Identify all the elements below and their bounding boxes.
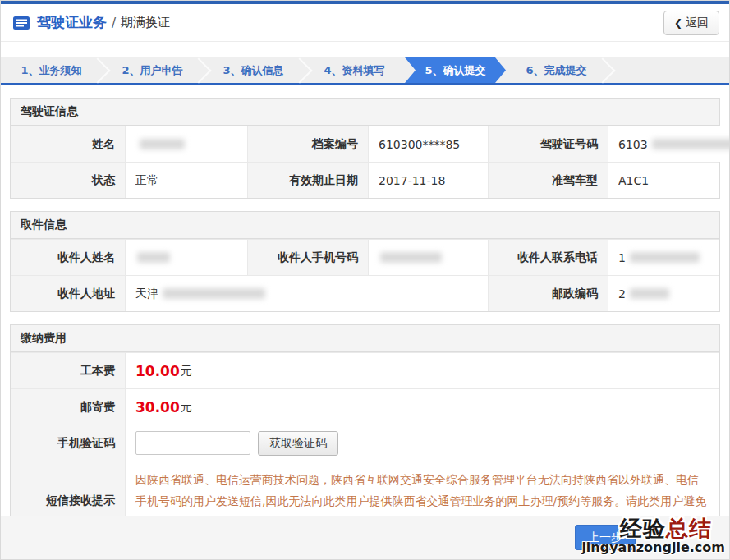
- table-row: 收件人姓名 收件人手机号码 收件人联系电话 1: [11, 239, 719, 275]
- recipient-contact-value: 1: [608, 240, 719, 275]
- redacted-value: [163, 288, 265, 299]
- production-fee-label: 工本费: [11, 353, 126, 388]
- main-content: 驾驶证信息 姓名 档案编号 610300****85 驾驶证号码 6103 状态…: [1, 98, 729, 541]
- back-button-label: 返回: [686, 16, 709, 30]
- pickup-section-title: 取件信息: [11, 212, 719, 239]
- recipient-address-value: 天津: [126, 276, 489, 311]
- recipient-contact-label: 收件人联系电话: [489, 240, 608, 275]
- redacted-value: [630, 288, 669, 299]
- step-2-user-declaration[interactable]: 2、用户申告: [102, 57, 203, 83]
- status-value: 正常: [126, 163, 248, 198]
- step-progress-bar: 1、业务须知 2、用户申告 3、确认信息 4、资料填写 5、确认提交 6、完成提…: [1, 57, 729, 85]
- step-1-business-notice[interactable]: 1、业务须知: [1, 57, 102, 83]
- get-sms-code-button[interactable]: 获取验证码: [258, 431, 338, 456]
- chevron-left-icon: ❮: [674, 17, 682, 29]
- postage-fee-amount: 30.00: [135, 399, 180, 415]
- license-list-icon: [12, 16, 30, 30]
- recipient-address-label: 收件人地址: [11, 276, 126, 311]
- vehicle-class-label: 准驾车型: [489, 163, 608, 198]
- name-value: [126, 126, 248, 162]
- page-header: 驾驶证业务 / 期满换证 ❮ 返回: [1, 4, 729, 42]
- file-no-value: 610300****85: [369, 126, 489, 162]
- status-label: 状态: [11, 163, 126, 198]
- pickup-info-section: 取件信息 收件人姓名 收件人手机号码 收件人联系电话 1 收件人地址 天津 邮政…: [10, 211, 720, 312]
- recipient-name-value: [126, 240, 248, 275]
- expiry-label: 有效期止日期: [248, 163, 369, 198]
- recipient-mobile-value: [369, 240, 489, 275]
- table-row: 工本费 10.00元: [11, 352, 719, 388]
- license-section-title: 驾驶证信息: [11, 99, 719, 126]
- name-label: 姓名: [11, 126, 126, 162]
- sms-code-label: 手机验证码: [11, 425, 126, 461]
- page: 驾驶证业务 / 期满换证 ❮ 返回 1、业务须知 2、用户申告 3、确认信息 4…: [0, 0, 730, 560]
- breadcrumb-separator: /: [112, 16, 116, 30]
- postage-fee-unit: 元: [181, 400, 192, 415]
- step-6-finish-submit[interactable]: 6、完成提交: [506, 57, 607, 83]
- step-3-confirm-info[interactable]: 3、确认信息: [203, 57, 304, 83]
- redacted-value: [380, 252, 442, 263]
- back-button[interactable]: ❮ 返回: [663, 11, 719, 35]
- redacted-value: [140, 139, 185, 149]
- expiry-value: 2017-11-18: [369, 163, 489, 198]
- redacted-value: [652, 139, 730, 149]
- sms-code-cell: 获取验证码: [126, 425, 719, 461]
- table-row: 收件人地址 天津 邮政编码 2: [11, 275, 719, 311]
- postage-fee-label: 邮寄费: [11, 389, 126, 425]
- vehicle-class-value: A1C1: [608, 163, 719, 198]
- file-no-label: 档案编号: [248, 126, 369, 162]
- table-row: 邮寄费 30.00元: [11, 388, 719, 425]
- zip-label: 邮政编码: [489, 276, 608, 311]
- table-row: 姓名 档案编号 610300****85 驾驶证号码 6103: [11, 126, 719, 162]
- table-row: 手机验证码 获取验证码: [11, 425, 719, 461]
- zip-value: 2: [608, 276, 719, 311]
- breadcrumb-current: 期满换证: [121, 15, 170, 30]
- license-no-value: 6103: [608, 126, 730, 162]
- postage-fee-value: 30.00元: [126, 389, 719, 425]
- license-no-label: 驾驶证号码: [489, 126, 608, 162]
- production-fee-amount: 10.00: [135, 363, 180, 379]
- redacted-value: [630, 252, 700, 263]
- license-info-section: 驾驶证信息 姓名 档案编号 610300****85 驾驶证号码 6103 状态…: [10, 98, 720, 199]
- footer-bar: 上一步 经验总结 jingyanzongjie.com: [1, 516, 729, 559]
- watermark-text-red: 总结: [666, 516, 712, 541]
- production-fee-unit: 元: [181, 364, 192, 379]
- fees-section: 缴纳费用 工本费 10.00元 邮寄费 30.00元 手机验证码 获取验证码: [10, 324, 720, 541]
- recipient-mobile-label: 收件人手机号码: [248, 240, 369, 275]
- page-title: 驾驶证业务: [37, 13, 107, 32]
- production-fee-value: 10.00元: [126, 353, 719, 388]
- previous-step-button[interactable]: 上一步: [575, 525, 636, 550]
- redacted-value: [137, 252, 170, 263]
- step-4-fill-data[interactable]: 4、资料填写: [304, 57, 405, 83]
- table-row: 状态 正常 有效期止日期 2017-11-18 准驾车型 A1C1: [11, 162, 719, 198]
- fees-section-title: 缴纳费用: [11, 325, 719, 352]
- recipient-name-label: 收件人姓名: [11, 240, 126, 275]
- step-5-confirm-submit[interactable]: 5、确认提交: [405, 57, 506, 83]
- sms-code-input[interactable]: [135, 431, 250, 455]
